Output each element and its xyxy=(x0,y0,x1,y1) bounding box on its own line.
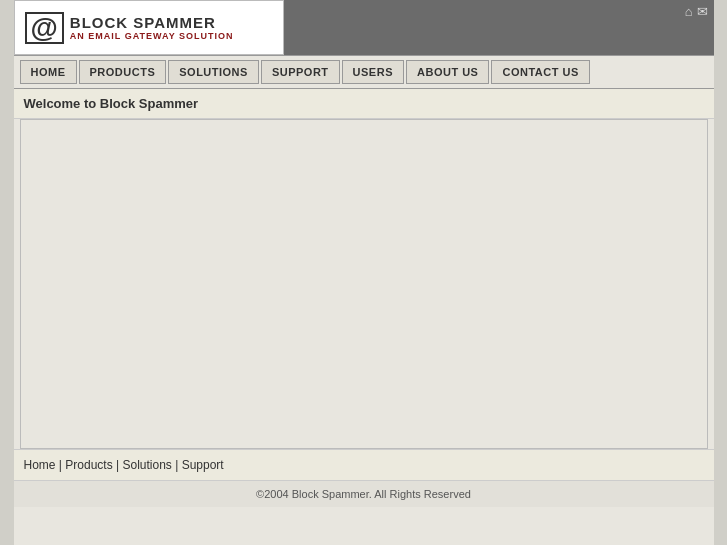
nav-home[interactable]: HOME xyxy=(20,60,77,84)
header: @ BLOCK SPAMMER AN EMAIL GATEWAY SOLUTIO… xyxy=(14,0,714,55)
nav-about[interactable]: ABOUT US xyxy=(406,60,489,84)
footer-nav-products[interactable]: Products xyxy=(65,458,112,472)
footer-nav-home[interactable]: Home xyxy=(24,458,56,472)
welcome-bar: Welcome to Block Spammer xyxy=(14,89,714,119)
logo-text: BLOCK SPAMMER AN EMAIL GATEWAY SOLUTION xyxy=(70,14,234,41)
footer-nav: Home | Products | Solutions | Support xyxy=(14,449,714,480)
home-icon[interactable]: ⌂ xyxy=(685,4,693,19)
page-wrapper: @ BLOCK SPAMMER AN EMAIL GATEWAY SOLUTIO… xyxy=(14,0,714,545)
copyright-text: ©2004 Block Spammer. All Rights Reserved xyxy=(256,488,471,500)
nav-products[interactable]: PRODUCTS xyxy=(79,60,167,84)
logo-area: @ BLOCK SPAMMER AN EMAIL GATEWAY SOLUTIO… xyxy=(14,0,284,55)
footer-nav-support[interactable]: Support xyxy=(182,458,224,472)
nav-support[interactable]: SUPPORT xyxy=(261,60,340,84)
navigation: HOME PRODUCTS SOLUTIONS SUPPORT USERS AB… xyxy=(14,55,714,89)
logo-at-symbol: @ xyxy=(25,12,64,44)
header-right-area: ⌂ ✉ xyxy=(284,0,714,55)
footer-nav-solutions[interactable]: Solutions xyxy=(122,458,171,472)
nav-users[interactable]: USERS xyxy=(342,60,404,84)
main-content xyxy=(20,119,708,449)
logo-title: BLOCK SPAMMER xyxy=(70,14,234,31)
welcome-text: Welcome to Block Spammer xyxy=(24,96,199,111)
footer-copyright: ©2004 Block Spammer. All Rights Reserved xyxy=(14,480,714,507)
email-icon[interactable]: ✉ xyxy=(697,4,708,19)
nav-solutions[interactable]: SOLUTIONS xyxy=(168,60,259,84)
nav-contact[interactable]: CONTACT US xyxy=(491,60,589,84)
logo-subtitle: AN EMAIL GATEWAY SOLUTION xyxy=(70,31,234,41)
